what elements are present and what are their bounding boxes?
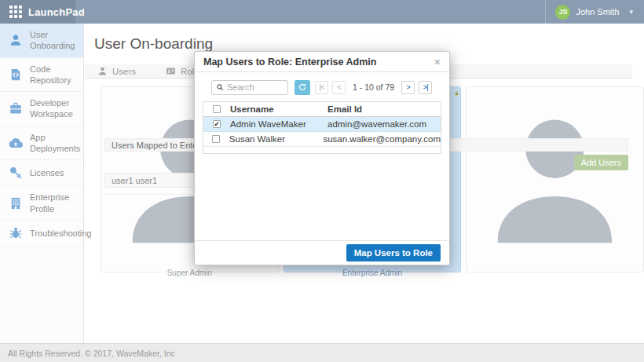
- building-icon: [9, 196, 23, 210]
- cell-email: susan.walker@company.com: [323, 134, 441, 144]
- refresh-button[interactable]: [295, 80, 310, 95]
- sidebar-item-label: Code Repository: [30, 64, 79, 86]
- logo-area[interactable]: LaunchPad: [0, 0, 75, 24]
- role-card-icon: [166, 66, 176, 76]
- avatar[interactable]: JS: [555, 5, 570, 20]
- first-page-button[interactable]: |<: [315, 81, 328, 94]
- sidebar-item-label: App Deployments: [30, 132, 80, 155]
- tab-users[interactable]: Users: [93, 66, 141, 76]
- role-card-partial[interactable]: [466, 86, 644, 272]
- cloud-upload-icon: [9, 136, 23, 150]
- person-lock-icon: [471, 92, 639, 269]
- user-icon: [471, 92, 639, 269]
- search-input[interactable]: [227, 82, 284, 92]
- map-users-modal: Map Users to Role: Enterprise Admin × |<…: [194, 51, 450, 265]
- modal-header: Map Users to Role: Enterprise Admin ×: [195, 52, 449, 72]
- user-icon: [97, 66, 108, 76]
- refresh-icon: [298, 82, 307, 92]
- last-page-button[interactable]: >|: [419, 81, 432, 94]
- sidebar-item-licenses[interactable]: Licenses: [0, 160, 83, 186]
- app-name: LaunchPad: [28, 6, 85, 18]
- pagination-range-label: 1 - 10 of 79: [353, 82, 394, 92]
- add-users-button[interactable]: Add Users: [574, 155, 628, 170]
- table-spacer: [203, 147, 441, 153]
- pagination: |< < 1 - 10 of 79 > >|: [315, 81, 432, 94]
- users-table: Username Email Id ✔ Admin WaveMaker admi…: [203, 101, 441, 154]
- role-card-label: Super Admin: [106, 269, 273, 279]
- select-all-checkbox[interactable]: [213, 105, 221, 113]
- page-footer: All Rights Reserved. © 2017, WaveMaker, …: [0, 343, 644, 362]
- key-icon: [9, 166, 23, 180]
- table-header-row: Username Email Id: [203, 102, 441, 117]
- sidebar-item-code-repository[interactable]: Code Repository: [0, 58, 83, 93]
- code-repository-icon: [9, 68, 23, 82]
- app-grid-icon[interactable]: [9, 5, 22, 18]
- column-header-username: Username: [230, 104, 327, 114]
- sidebar-item-label: User Onboarding: [30, 29, 79, 52]
- cell-username: Susan Walker: [229, 134, 324, 144]
- role-card-label: Enterprise Admin: [289, 269, 456, 279]
- column-header-email: Email Id: [327, 104, 441, 114]
- top-bar: LaunchPad JS John Smith ▾: [0, 0, 644, 24]
- sidebar-item-user-onboarding[interactable]: User Onboarding: [0, 24, 83, 58]
- chevron-down-icon[interactable]: ▾: [629, 8, 633, 16]
- mapped-user-name: user1 user1: [112, 176, 157, 185]
- sidebar-item-label: Enterprise Profile: [30, 192, 79, 214]
- row-checkbox[interactable]: ✔: [213, 120, 221, 128]
- bug-icon: [9, 226, 23, 240]
- sidebar-item-enterprise-profile[interactable]: Enterprise Profile: [0, 186, 83, 221]
- close-icon[interactable]: ×: [434, 57, 441, 68]
- prev-page-button[interactable]: <: [332, 81, 346, 94]
- cell-email: admin@wavemaker.com: [327, 119, 441, 129]
- sidebar-item-developer-workspace[interactable]: Developer Workspace: [0, 92, 83, 126]
- modal-title: Map Users to Role: Enterprise Admin: [203, 57, 376, 68]
- user-icon: [9, 33, 23, 47]
- sidebar-item-label: Licenses: [30, 167, 64, 178]
- sidebar-item-app-deployments[interactable]: App Deployments: [0, 126, 83, 161]
- tab-label: Users: [112, 67, 136, 76]
- sidebar-item-label: Troubleshooting: [30, 228, 91, 239]
- search-box: [211, 80, 288, 95]
- cell-username: Admin WaveMaker: [230, 119, 327, 129]
- table-row[interactable]: Susan Walker susan.walker@company.com: [203, 132, 441, 147]
- row-checkbox[interactable]: [212, 135, 220, 143]
- briefcase-icon: [9, 101, 23, 115]
- sidebar-item-troubleshooting[interactable]: Troubleshooting: [0, 221, 83, 247]
- modal-toolbar: |< < 1 - 10 of 79 > >|: [211, 79, 441, 95]
- next-page-button[interactable]: >: [401, 81, 415, 94]
- copyright-text: All Rights Reserved. © 2017, WaveMaker, …: [8, 349, 175, 358]
- user-name: John Smith: [576, 7, 619, 16]
- map-users-to-role-button[interactable]: Map Users to Role: [346, 244, 441, 261]
- sidebar-item-label: Developer Workspace: [30, 97, 79, 120]
- search-icon: [216, 83, 224, 91]
- table-row[interactable]: ✔ Admin WaveMaker admin@wavemaker.com: [203, 117, 441, 132]
- sidebar: User Onboarding Code Repository Develope…: [0, 24, 84, 343]
- modal-footer: Map Users to Role: [195, 240, 449, 265]
- user-menu[interactable]: JS John Smith ▾: [545, 0, 644, 24]
- page-title: User On-boarding: [94, 35, 213, 53]
- lock-icon: [454, 90, 459, 97]
